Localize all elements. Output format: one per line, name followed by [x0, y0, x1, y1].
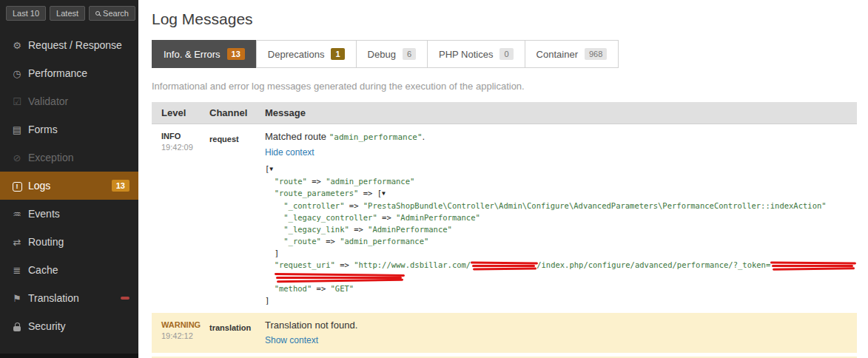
dump-string: "_route" [283, 237, 321, 246]
sidebar-item-request-response[interactable]: ⚙ Request / Response [0, 31, 138, 59]
sidebar-item-label: Logs [28, 180, 50, 192]
dump-text: ] [265, 249, 279, 257]
tab-count-badge: 6 [403, 48, 416, 60]
stopwatch-icon: ◷ [10, 68, 24, 79]
sidebar-item-exception: ⊘ Exception [0, 143, 138, 172]
dump-line: "method" => "GET" [265, 283, 852, 294]
log-time: 19:42:09 [161, 143, 209, 152]
message-cell: Matched route "admin_performance". Hide … [265, 124, 857, 313]
logs-count-badge: 13 [112, 180, 129, 192]
lock-icon [10, 321, 24, 332]
column-header-level: Level [152, 102, 209, 124]
translation-count-badge [121, 297, 129, 300]
message-text: Matched route [265, 131, 329, 142]
sidebar-item-forms[interactable]: ▤ Forms [0, 115, 138, 143]
log-row: WARNING 19:42:12 translation Translation… [152, 313, 857, 353]
sidebar-item-label: Request / Response [28, 39, 122, 51]
dump-text: => [377, 213, 396, 222]
dump-string: /index.php/configure/advanced/performanc… [536, 260, 770, 269]
dump-string: "route" [275, 177, 307, 186]
dump-text: => [312, 284, 330, 293]
sidebar-item-security[interactable]: Security [0, 312, 138, 340]
dump-text: ] [265, 296, 269, 305]
dump-string: "_controller" [283, 201, 344, 210]
page-title: Log Messages [152, 10, 857, 28]
latest-button[interactable]: Latest [50, 6, 85, 21]
dump-line: "_route" => "admin_performance" [265, 235, 852, 247]
dump-line: [▼ [265, 163, 852, 175]
channel-cell: request [209, 124, 265, 152]
dump-line: "_legacy_controller" => "AdminPerformanc… [265, 212, 852, 223]
dump-string: "_legacy_link" [283, 225, 349, 234]
column-header-message: Message [265, 102, 857, 124]
dump-line: "_legacy_link" => "AdminPerformance" [265, 223, 852, 235]
collapse-caret-icon[interactable]: ▼ [382, 190, 386, 197]
dump-line: "route_parameters" => [▼ [265, 187, 852, 200]
sidebar-nav: ⚙ Request / Response ◷ Performance ☑ Val… [0, 31, 138, 340]
sidebar-item-label: Events [28, 208, 60, 220]
tab-container[interactable]: Container 968 [525, 40, 619, 68]
sidebar-item-label: Routing [28, 236, 64, 248]
dump-string: "admin_performance" [326, 177, 414, 186]
dump-string: "AdminPerformance" [396, 213, 480, 222]
hide-context-link[interactable]: Hide context [265, 147, 314, 158]
log-level: WARNING [161, 320, 209, 329]
log-channel: request [209, 135, 239, 143]
tab-label: PHP Notices [439, 49, 493, 60]
tab-deprecations[interactable]: Deprecations 1 [256, 40, 357, 68]
broadcast-icon: ♒ [10, 209, 24, 220]
dump-string: "_legacy_controller" [283, 213, 377, 222]
redaction-scribble [472, 265, 535, 267]
dump-text [265, 177, 275, 186]
collapse-caret-icon[interactable]: ▼ [269, 166, 273, 172]
gear-icon: ⚙ [10, 40, 24, 51]
page-description: Informational and error log messages gen… [152, 81, 857, 92]
show-context-link[interactable]: Show context [265, 335, 318, 345]
check-square-icon: ☑ [10, 96, 24, 107]
context-dump: [▼ "route" => "admin_performance" "route… [265, 163, 852, 306]
form-icon: ▤ [10, 124, 24, 135]
dump-text: => [321, 237, 340, 246]
dump-text: => [349, 225, 368, 234]
dump-text [265, 284, 275, 293]
sidebar-item-label: Cache [28, 264, 58, 276]
sidebar-item-routing[interactable]: ⇄ Routing [0, 228, 138, 256]
dump-text: => [344, 201, 363, 210]
sidebar-item-events[interactable]: ♒ Events [0, 200, 138, 228]
dump-string: "method" [275, 284, 312, 293]
dump-string: "request_uri" [275, 260, 335, 269]
dump-text: => [ [358, 189, 382, 197]
dump-text [265, 201, 283, 210]
sidebar-item-logs[interactable]: Logs 13 [0, 172, 138, 200]
stack-icon: ≣ [10, 265, 24, 276]
search-button-label: Search [103, 9, 129, 18]
dump-text: => [307, 177, 326, 186]
sidebar-item-label: Performance [28, 67, 87, 79]
sidebar-item-label: Forms [28, 124, 58, 135]
message-route-code: "admin_performance" [329, 132, 423, 142]
message-cell: Translation not found. Show context [265, 313, 857, 353]
dump-text: => [335, 260, 354, 269]
sidebar-item-cache[interactable]: ≣ Cache [0, 256, 138, 284]
sidebar-item-validator: ☑ Validator [0, 87, 138, 115]
search-button[interactable]: Search [89, 6, 135, 21]
sidebar-item-label: Validator [28, 95, 68, 107]
sidebar-item-label: Translation [28, 292, 79, 304]
tab-info-errors[interactable]: Info. & Errors 13 [152, 40, 257, 68]
log-table: Level Channel Message INFO 19:42:09 requ… [152, 102, 857, 358]
tab-label: Debug [368, 49, 396, 60]
dump-line: "route" => "admin_performance" [265, 175, 852, 187]
dump-string: "PrestaShopBundle\Controller\Admin\Confi… [363, 201, 827, 210]
exclamation-box-icon [10, 180, 24, 192]
log-message: Matched route "admin_performance". [265, 131, 852, 142]
tab-debug[interactable]: Debug 6 [356, 40, 428, 68]
log-level: INFO [161, 132, 209, 141]
tab-php-notices[interactable]: PHP Notices 0 [427, 40, 525, 68]
level-cell: INFO 19:42:09 [152, 124, 209, 159]
sidebar-item-performance[interactable]: ◷ Performance [0, 59, 138, 87]
last-10-button[interactable]: Last 10 [6, 6, 46, 21]
tab-label: Deprecations [268, 49, 325, 60]
tab-count-badge: 13 [227, 48, 245, 60]
sidebar-item-translation[interactable]: ⚑ Translation [0, 284, 138, 312]
tab-bar: Info. & Errors 13 Deprecations 1 Debug 6… [152, 40, 857, 68]
